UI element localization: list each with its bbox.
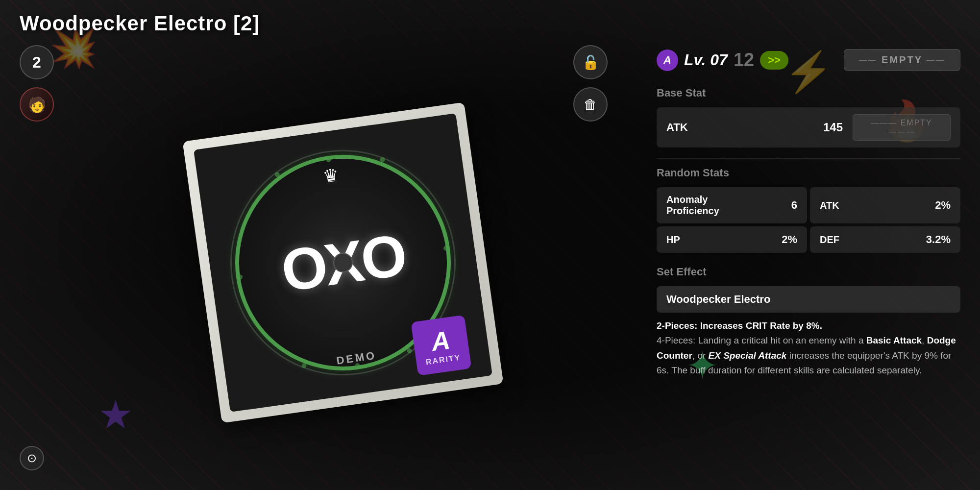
- def-random-value: 3.2%: [926, 233, 951, 246]
- lock-icon: 🔓: [582, 54, 599, 71]
- refresh-button[interactable]: ⊙: [20, 446, 44, 470]
- set-effect-section: Set Effect Woodpecker Electro 2-Pieces: …: [657, 266, 960, 378]
- page-title: Woodpecker Electro [2]: [20, 12, 960, 35]
- base-stat-value: 145: [823, 121, 843, 134]
- refresh-icon: ⊙: [27, 451, 37, 465]
- level-max-display: 12: [734, 49, 754, 71]
- trash-icon: 🗑: [584, 97, 597, 113]
- anomaly-proficiency-label: AnomalyProficiency: [666, 194, 791, 217]
- random-stats-grid: AnomalyProficiency 6 ATK 2% HP 2% DEF 3.…: [657, 187, 960, 253]
- disc-crown-icon: ♛: [321, 165, 340, 187]
- set-effect-section-label: Set Effect: [657, 266, 960, 280]
- rarity-small-letter: A: [663, 54, 671, 67]
- set-2pc-description: 2-Pieces: Increases CRIT Rate by 8%.: [657, 320, 822, 331]
- hp-random-value: 2%: [782, 233, 797, 246]
- def-random-label: DEF: [820, 234, 926, 245]
- base-stat-equip-slot[interactable]: ——— EMPTY ———: [853, 114, 951, 141]
- disc-artwork: BARDICNECDIC: [182, 102, 503, 423]
- atk-random-label: ATK: [820, 200, 935, 211]
- random-stat-def: DEF 3.2%: [810, 226, 960, 253]
- slot-number-label: 2: [32, 53, 41, 72]
- equip-right-dash: ——: [927, 56, 945, 65]
- equip-button[interactable]: —— EMPTY ——: [844, 49, 960, 71]
- base-stat-row: ATK 145 ——— EMPTY ———: [657, 107, 960, 147]
- rarity-icon-small: A: [657, 49, 678, 71]
- rarity-badge: A RARITY: [411, 315, 471, 376]
- equip-left-dash: ——: [859, 56, 878, 65]
- set-4pc-description: 4-Pieces: Landing a critical hit on an e…: [657, 335, 956, 375]
- lock-button[interactable]: 🔓: [573, 45, 608, 79]
- base-stat-section-label: Base Stat: [657, 87, 960, 101]
- set-name: Woodpecker Electro: [657, 286, 960, 313]
- anomaly-proficiency-value: 6: [791, 199, 797, 212]
- level-bar: A Lv. 07 12 >> —— EMPTY ——: [657, 45, 960, 75]
- rarity-letter: A: [429, 325, 452, 357]
- equip-button-label: EMPTY: [882, 54, 923, 66]
- double-arrow-icon: >>: [768, 54, 781, 67]
- random-stat-atk: ATK 2%: [810, 187, 960, 223]
- base-stat-name: ATK: [666, 121, 755, 134]
- divider-1: [657, 158, 960, 159]
- avatar-icon: 🧑: [28, 96, 46, 113]
- level-display: Lv. 07: [684, 51, 728, 69]
- level-upgrade-button[interactable]: >>: [760, 51, 788, 70]
- random-stats-section-label: Random Stats: [657, 167, 960, 181]
- slot-number-icon[interactable]: 2: [20, 45, 54, 79]
- set-description: 2-Pieces: Increases CRIT Rate by 8%. 4-P…: [657, 318, 960, 378]
- atk-random-value: 2%: [935, 199, 951, 212]
- character-avatar[interactable]: 🧑: [20, 87, 54, 122]
- random-stat-hp: HP 2%: [657, 226, 807, 253]
- rarity-label-text: RARITY: [425, 353, 461, 367]
- random-stat-anomaly: AnomalyProficiency 6: [657, 187, 807, 223]
- delete-button[interactable]: 🗑: [573, 87, 608, 122]
- hp-random-label: HP: [666, 234, 782, 245]
